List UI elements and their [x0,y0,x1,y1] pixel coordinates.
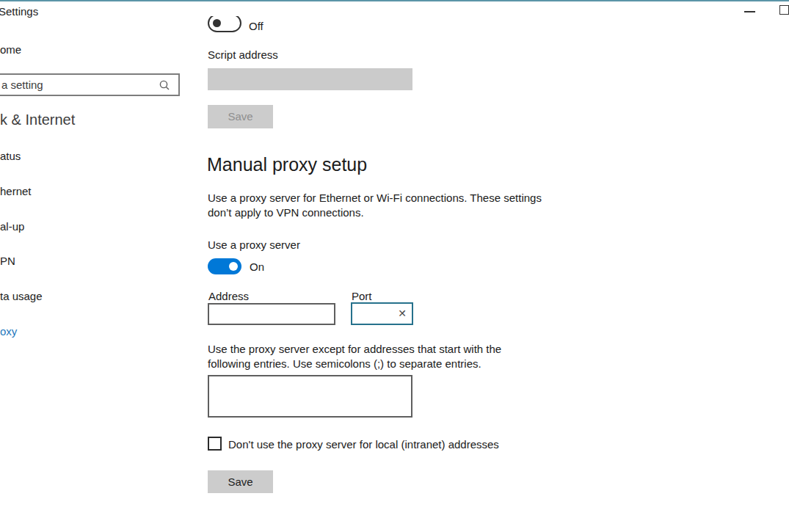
save-script-button: Save [208,105,273,128]
search-box[interactable] [0,73,180,96]
toggle-knob [213,19,221,27]
port-input-focused[interactable]: ✕ [351,302,413,325]
clear-input-icon[interactable]: ✕ [398,307,407,320]
address-label: Address [208,290,249,302]
exceptions-textarea[interactable] [208,375,412,418]
sidebar-item-proxy[interactable]: oxy [0,325,17,338]
setup-script-toggle-state: Off [249,20,263,32]
maximize-icon[interactable] [779,5,789,15]
script-address-label: Script address [208,48,278,61]
window-title: Settings [0,5,38,18]
manual-proxy-heading: Manual proxy setup [207,154,367,175]
search-icon [159,79,170,91]
sidebar-item-status[interactable]: atus [0,150,21,162]
use-proxy-toggle-state: On [250,260,264,273]
use-setup-script-toggle[interactable] [208,14,241,32]
local-addresses-checkbox[interactable] [208,437,222,451]
use-proxy-server-toggle[interactable] [208,258,241,274]
save-manual-proxy-button[interactable]: Save [208,470,273,493]
manual-proxy-description: Use a proxy server for Ethernet or Wi-Fi… [208,191,567,220]
titlebar: Settings [0,0,789,16]
sidebar-section-network-internet: k & Internet [0,112,75,128]
exceptions-description: Use the proxy server except for addresse… [208,342,531,371]
use-proxy-server-label: Use a proxy server [208,238,300,251]
search-input[interactable] [0,75,161,95]
script-address-input [208,68,412,90]
sidebar-item-home[interactable]: ome [0,43,21,56]
settings-window: Settings ome k & Internet atus hernet al… [0,0,789,532]
sidebar-item-dialup[interactable]: al-up [0,220,24,233]
window-top-border [0,0,789,1]
sidebar-item-ethernet[interactable]: hernet [0,185,32,197]
sidebar-item-data-usage[interactable]: ta usage [0,290,43,302]
port-input[interactable] [352,304,399,324]
sidebar-item-vpn[interactable]: PN [0,255,15,267]
address-input[interactable] [208,303,335,325]
toggle-knob [229,262,238,271]
port-label: Port [352,290,372,302]
local-addresses-checkbox-label: Don't use the proxy server for local (in… [228,438,499,451]
minimize-icon[interactable] [744,11,755,12]
